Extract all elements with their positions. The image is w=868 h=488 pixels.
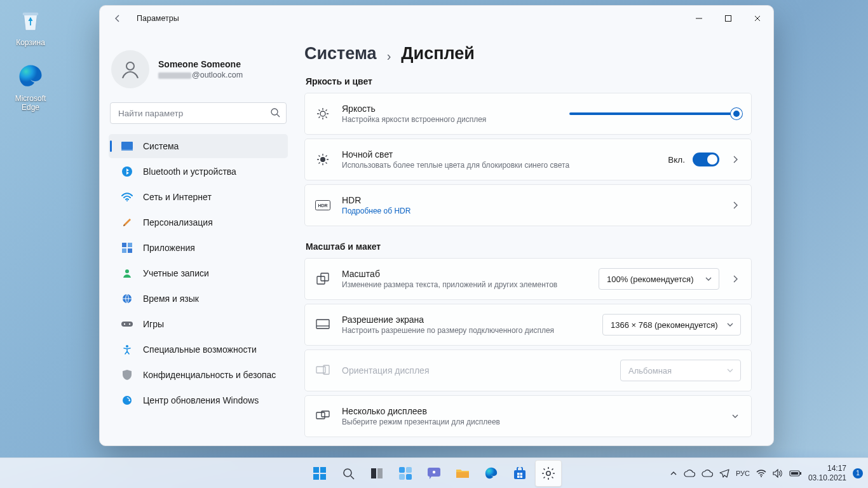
sidebar: Someone Someone @outlook.com Система [100, 31, 295, 445]
orientation-icon [314, 365, 332, 376]
taskbar-settings[interactable] [535, 460, 562, 487]
profile-block[interactable]: Someone Someone @outlook.com [109, 41, 288, 95]
row-subtitle: Изменение размера текста, приложений и д… [342, 280, 588, 289]
taskbar-taskview[interactable] [363, 460, 390, 487]
row-title: Масштаб [342, 269, 588, 279]
card-hdr[interactable]: HDR HDR Подробнее об HDR [304, 184, 752, 226]
taskbar-edge[interactable] [478, 460, 505, 487]
svg-point-34 [344, 469, 351, 477]
row-title: Разрешение экрана [342, 315, 592, 325]
battery-tray-icon[interactable] [789, 470, 802, 477]
nav-label: Конфиденциальность и безопасность [143, 370, 276, 380]
chevron-down-icon [726, 367, 734, 374]
nav-item-personalization[interactable]: Персонализация [109, 210, 288, 234]
scale-select[interactable]: 100% (рекомендуется) [599, 268, 719, 290]
card-multi-display[interactable]: Несколько дисплеев Выберите режим презен… [304, 395, 752, 437]
taskbar-widgets[interactable] [392, 460, 419, 487]
nav-item-gaming[interactable]: Игры [109, 312, 288, 336]
volume-tray-icon[interactable] [773, 469, 783, 478]
svg-rect-1 [726, 16, 731, 22]
search-box[interactable] [110, 102, 287, 124]
content-area: Система › Дисплей Яркость и цвет Яркость… [295, 31, 773, 445]
nav-item-network[interactable]: Сеть и Интернет [109, 185, 288, 209]
card-night-light[interactable]: Ночной свет Использовать более теплые цв… [304, 139, 752, 180]
svg-rect-36 [377, 468, 383, 478]
nav-item-bluetooth[interactable]: Bluetooth и устройства [109, 159, 288, 184]
resolution-select[interactable]: 868 × 488 (рекомендуется) [602, 314, 741, 336]
brightness-slider[interactable] [569, 108, 741, 119]
svg-rect-28 [316, 412, 325, 419]
section-brightness-color: Яркость и цвет [306, 76, 752, 86]
svg-point-19 [320, 111, 325, 116]
svg-rect-45 [517, 473, 520, 475]
taskbar-explorer[interactable] [449, 460, 476, 487]
nav-item-time-language[interactable]: Время и язык [109, 287, 288, 311]
start-button[interactable] [306, 460, 333, 487]
nav-item-privacy[interactable]: Конфиденциальность и безопасность [109, 363, 288, 387]
chevron-down-icon [729, 412, 741, 421]
profile-email: @outlook.com [158, 71, 243, 79]
row-title: Ночной свет [342, 149, 658, 159]
svg-rect-37 [399, 467, 405, 473]
nav-label: Игры [143, 319, 164, 329]
tray-chevron-icon[interactable] [670, 470, 677, 477]
nav-item-accessibility[interactable]: Специальные возможности [109, 337, 288, 362]
taskbar-center [306, 460, 562, 487]
close-button[interactable] [743, 8, 772, 29]
night-light-toggle[interactable] [693, 152, 719, 166]
wifi-icon [121, 191, 133, 203]
minimize-button[interactable] [684, 8, 714, 29]
svg-point-42 [433, 470, 435, 473]
globe-icon [121, 293, 133, 304]
shield-icon [121, 369, 133, 381]
taskbar-chat[interactable] [421, 460, 447, 487]
row-subtitle: Выберите режим презентации для дисплеев [342, 417, 719, 426]
card-scale[interactable]: Масштаб Изменение размера текста, прилож… [304, 258, 752, 300]
maximize-button[interactable] [714, 8, 743, 29]
night-light-icon [314, 152, 332, 166]
breadcrumb-parent[interactable]: Система [304, 44, 377, 64]
telegram-icon[interactable] [719, 469, 729, 478]
sun-icon [314, 107, 332, 121]
multi-display-icon [314, 410, 332, 422]
row-title: Несколько дисплеев [342, 406, 719, 416]
svg-rect-9 [128, 243, 132, 247]
desktop-icon-recycle-bin[interactable]: Корзина [6, 5, 55, 47]
svg-rect-47 [517, 475, 520, 478]
svg-point-2 [126, 62, 134, 70]
back-button[interactable] [109, 10, 126, 27]
nav-item-apps[interactable]: Приложения [109, 236, 288, 260]
nav-item-update[interactable]: Центр обновления Windows [109, 388, 288, 412]
nav-item-accounts[interactable]: Учетные записи [109, 261, 288, 285]
taskbar-store[interactable] [506, 460, 533, 487]
nav-label: Персонализация [143, 217, 213, 227]
svg-rect-10 [122, 248, 126, 253]
nav-item-system[interactable]: Система [109, 134, 288, 158]
svg-rect-33 [320, 474, 326, 480]
svg-rect-53 [791, 472, 798, 475]
nav-label: Сеть и Интернет [143, 192, 212, 202]
hdr-link[interactable]: Подробнее об HDR [342, 207, 719, 215]
profile-name: Someone Someone [158, 59, 243, 69]
row-subtitle: Настроить разрешение по размеру подключе… [342, 326, 592, 335]
cloud-icon[interactable] [702, 470, 713, 477]
page-title: Дисплей [401, 44, 475, 64]
tray[interactable]: РУС [670, 469, 802, 478]
svg-rect-43 [456, 472, 469, 478]
svg-rect-46 [520, 473, 523, 475]
row-subtitle: Использовать более теплые цвета для блок… [342, 161, 658, 170]
wifi-tray-icon[interactable] [756, 470, 766, 477]
taskbar-clock[interactable]: 14:17 03.10.2021 [808, 464, 846, 482]
notification-badge[interactable]: 1 [853, 468, 863, 478]
slider-thumb[interactable] [731, 108, 742, 119]
desktop-icon-edge[interactable]: Microsoft Edge [6, 61, 55, 112]
svg-rect-44 [514, 470, 526, 479]
nav-label: Приложения [143, 243, 195, 253]
system-icon [121, 140, 133, 152]
chevron-down-icon [705, 275, 712, 283]
language-indicator[interactable]: РУС [736, 470, 750, 477]
onedrive-icon[interactable] [684, 470, 695, 477]
search-input[interactable] [110, 102, 287, 124]
card-resolution: Разрешение экрана Настроить разрешение п… [304, 304, 752, 346]
taskbar-search[interactable] [335, 460, 362, 487]
